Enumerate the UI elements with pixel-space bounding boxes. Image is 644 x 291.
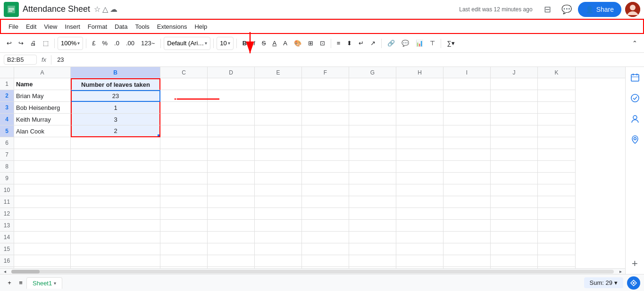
cell-f3[interactable] xyxy=(302,102,349,114)
cell-b13[interactable] xyxy=(71,220,160,232)
cell-e16[interactable] xyxy=(255,255,302,267)
cell-j10[interactable] xyxy=(491,184,538,196)
cell-k13[interactable] xyxy=(538,220,576,232)
cloud-icon[interactable]: ☁ xyxy=(110,5,117,14)
keep-icon[interactable]: △ xyxy=(102,5,108,14)
cell-j14[interactable] xyxy=(491,232,538,243)
cell-g3[interactable] xyxy=(349,102,396,114)
cell-e4[interactable] xyxy=(255,114,302,125)
cell-reference-input[interactable]: B2:B5 xyxy=(4,55,37,65)
cell-i16[interactable] xyxy=(443,255,491,267)
cell-k3[interactable] xyxy=(538,102,576,114)
cell-f16[interactable] xyxy=(302,255,349,267)
row-number-1[interactable]: 1 xyxy=(0,78,14,90)
cell-b14[interactable] xyxy=(71,232,160,243)
cell-g13[interactable] xyxy=(349,220,396,232)
cell-b1[interactable]: Number of leaves taken xyxy=(71,78,160,90)
cell-b2[interactable]: 23 xyxy=(71,90,160,102)
row-number-4[interactable]: 4 xyxy=(0,114,14,125)
underline-button[interactable]: A xyxy=(269,38,279,49)
cell-i5[interactable] xyxy=(443,125,491,137)
paint-format-button[interactable]: ⬚ xyxy=(40,38,51,49)
print-button[interactable]: 🖨 xyxy=(27,38,39,49)
cell-a11[interactable] xyxy=(14,196,71,208)
cell-c10[interactable] xyxy=(160,184,208,196)
cell-f5[interactable] xyxy=(302,125,349,137)
cell-g5[interactable] xyxy=(349,125,396,137)
menu-item-edit[interactable]: Edit xyxy=(22,21,40,32)
cell-i6[interactable] xyxy=(443,137,491,149)
cell-i14[interactable] xyxy=(443,232,491,243)
cell-d15[interactable] xyxy=(208,243,255,255)
cell-b10[interactable] xyxy=(71,184,160,196)
cell-k14[interactable] xyxy=(538,232,576,243)
col-header-c[interactable]: C xyxy=(160,67,208,78)
hide-menus-icon[interactable]: ⊟ xyxy=(540,2,555,17)
text-color-button[interactable]: A xyxy=(280,38,290,49)
cell-g15[interactable] xyxy=(349,243,396,255)
font-size-dropdown[interactable]: 10 ▾ xyxy=(217,37,233,50)
cell-e11[interactable] xyxy=(255,196,302,208)
cell-b3[interactable]: 1 xyxy=(71,102,160,114)
cell-e7[interactable] xyxy=(255,149,302,161)
cell-j1[interactable] xyxy=(491,78,538,90)
cell-c6[interactable] xyxy=(160,137,208,149)
cell-e1[interactable] xyxy=(255,78,302,90)
cell-k15[interactable] xyxy=(538,243,576,255)
cell-k1[interactable] xyxy=(538,78,576,90)
cell-c11[interactable] xyxy=(160,196,208,208)
cell-f7[interactable] xyxy=(302,149,349,161)
cell-h2[interactable] xyxy=(396,90,443,102)
sheet1-tab[interactable]: Sheet1 ▾ xyxy=(26,277,62,289)
cell-f17[interactable] xyxy=(302,267,349,268)
cell-d12[interactable] xyxy=(208,208,255,220)
cell-c1[interactable] xyxy=(160,78,208,90)
cell-g7[interactable] xyxy=(349,149,396,161)
cell-f14[interactable] xyxy=(302,232,349,243)
cell-d10[interactable] xyxy=(208,184,255,196)
cell-g1[interactable] xyxy=(349,78,396,90)
cell-i4[interactable] xyxy=(443,114,491,125)
v-align-button[interactable]: ⬍ xyxy=(344,38,355,49)
cell-c3[interactable] xyxy=(160,102,208,114)
cell-c15[interactable] xyxy=(160,243,208,255)
cell-d4[interactable] xyxy=(208,114,255,125)
cell-g14[interactable] xyxy=(349,232,396,243)
cell-a6[interactable] xyxy=(14,137,71,149)
cell-h6[interactable] xyxy=(396,137,443,149)
col-header-k[interactable]: K xyxy=(538,67,576,78)
cell-i12[interactable] xyxy=(443,208,491,220)
cell-f9[interactable] xyxy=(302,173,349,184)
cell-h15[interactable] xyxy=(396,243,443,255)
cell-k6[interactable] xyxy=(538,137,576,149)
cell-k16[interactable] xyxy=(538,255,576,267)
cell-j5[interactable] xyxy=(491,125,538,137)
cell-k4[interactable] xyxy=(538,114,576,125)
row-number-9[interactable]: 9 xyxy=(0,173,14,184)
cell-i15[interactable] xyxy=(443,243,491,255)
cell-f1[interactable] xyxy=(302,78,349,90)
cell-h16[interactable] xyxy=(396,255,443,267)
cell-k5[interactable] xyxy=(538,125,576,137)
cell-c9[interactable] xyxy=(160,173,208,184)
cell-c17[interactable] xyxy=(160,267,208,268)
decimal1-button[interactable]: .0 xyxy=(111,38,122,49)
font-dropdown[interactable]: Default (Ari… ▾ xyxy=(164,37,210,50)
scroll-thumb[interactable] xyxy=(11,270,40,274)
cell-j2[interactable] xyxy=(491,90,538,102)
row-number-6[interactable]: 6 xyxy=(0,137,14,149)
cell-c14[interactable] xyxy=(160,232,208,243)
cell-j15[interactable] xyxy=(491,243,538,255)
cell-d13[interactable] xyxy=(208,220,255,232)
cell-g10[interactable] xyxy=(349,184,396,196)
cell-a16[interactable] xyxy=(14,255,71,267)
cell-g9[interactable] xyxy=(349,173,396,184)
menu-item-insert[interactable]: Insert xyxy=(61,21,84,32)
cell-a1[interactable]: Name xyxy=(14,78,71,90)
cell-a8[interactable] xyxy=(14,161,71,173)
cell-d9[interactable] xyxy=(208,173,255,184)
menu-item-format[interactable]: Format xyxy=(84,21,111,32)
cell-b11[interactable] xyxy=(71,196,160,208)
cell-f4[interactable] xyxy=(302,114,349,125)
cell-j12[interactable] xyxy=(491,208,538,220)
